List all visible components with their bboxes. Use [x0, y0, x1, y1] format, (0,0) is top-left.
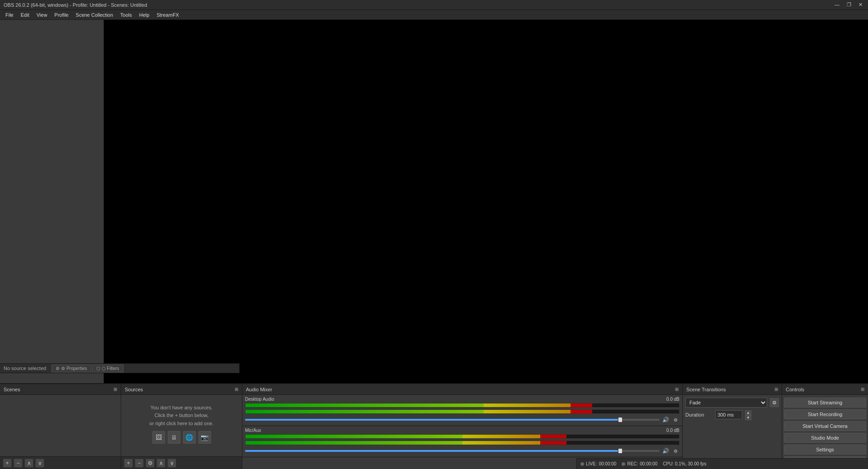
duration-down[interactable]: ▼ [745, 415, 751, 420]
desktop-volume-slider[interactable] [245, 419, 660, 421]
duration-label: Duration [685, 412, 712, 417]
gear-icon: ⚙ [56, 366, 60, 371]
sources-empty-line1: You don't have any sources. [151, 404, 212, 412]
sources-empty-line2: Click the + button below, [155, 412, 209, 420]
sources-empty-message[interactable]: You don't have any sources. Click the + … [121, 395, 242, 456]
desktop-meter2-red [571, 410, 592, 413]
controls-header: Controls ⊞ [782, 384, 868, 395]
menu-scene-collection[interactable]: Scene Collection [72, 11, 117, 19]
scenes-panel: Scenes ⊞ + − ∧ ∨ [0, 384, 121, 469]
close-button[interactable]: ✕ [857, 2, 864, 8]
desktop-volume-thumb [618, 417, 622, 422]
transition-type-row: Fade Cut Swipe Slide Stinger Fade to Col… [685, 398, 779, 408]
menu-tools[interactable]: Tools [117, 11, 136, 19]
left-sidebar-area [0, 20, 104, 383]
transition-duration-row: Duration 300 ms ▲ ▼ [685, 410, 779, 419]
mic-volume-slider[interactable] [245, 450, 660, 452]
rec-indicator: REC: 00:00:00 [622, 461, 657, 466]
mic-aux-meter2 [245, 441, 679, 445]
source-image-icon[interactable]: 🖼 [152, 431, 165, 444]
desktop-audio-db: 0.0 dB [666, 397, 679, 402]
scenes-add-button[interactable]: + [3, 459, 12, 468]
scenes-panel-title: Scenes [4, 387, 20, 392]
rec-time: 00:00:00 [640, 461, 657, 466]
menu-streamfx[interactable]: StreamFX [153, 11, 183, 19]
mic-meter2-yellow [462, 441, 541, 445]
scenes-panel-icon[interactable]: ⊞ [113, 387, 117, 392]
desktop-audio-header: Desktop Audio 0.0 dB [245, 397, 679, 402]
controls-icon[interactable]: ⊞ [861, 387, 864, 392]
properties-tab[interactable]: ⚙ ⚙ Properties [52, 365, 91, 372]
audio-mixer-icon[interactable]: ⊞ [675, 387, 679, 392]
menu-view[interactable]: View [33, 11, 51, 19]
start-recording-button[interactable]: Start Recording [784, 409, 866, 419]
cpu-label: CPU: 0.1%, 30.00 fps [663, 461, 706, 466]
transitions-icon[interactable]: ⊞ [774, 387, 778, 392]
live-label: LIVE: [586, 461, 597, 466]
sources-settings-button[interactable]: ⚙ [146, 459, 155, 468]
live-time: 00:00:00 [599, 461, 616, 466]
studio-mode-button[interactable]: Studio Mode [784, 433, 866, 443]
settings-button[interactable]: Settings [784, 445, 866, 455]
mic-aux-channel: Mic/Aux 0.0 dB [242, 426, 682, 457]
no-source-bar: No source selected ⚙ ⚙ Properties ⬡ ⬡ Fi… [0, 363, 240, 373]
sources-remove-button[interactable]: − [135, 459, 144, 468]
scenes-up-button[interactable]: ∧ [24, 459, 33, 468]
menu-edit[interactable]: Edit [17, 11, 33, 19]
live-indicator: LIVE: 00:00:00 [580, 461, 616, 466]
sources-panel-icon[interactable]: ⊞ [235, 387, 238, 392]
start-virtual-camera-button[interactable]: Start Virtual Camera [784, 421, 866, 431]
mic-aux-db: 0.0 dB [666, 428, 679, 433]
sources-add-button[interactable]: + [124, 459, 133, 468]
desktop-meter2-green [245, 410, 484, 413]
mic-meter2-green [245, 441, 462, 445]
sources-panel: Sources ⊞ You don't have any sources. Cl… [121, 384, 242, 469]
scenes-remove-button[interactable]: − [14, 459, 23, 468]
properties-tabs: ⚙ ⚙ Properties ⬡ ⬡ Filters [52, 365, 123, 372]
duration-input[interactable]: 300 ms [715, 410, 742, 419]
transition-settings-button[interactable]: ⚙ [770, 398, 779, 407]
scenes-list[interactable] [0, 395, 121, 456]
mic-volume-fill [245, 450, 618, 452]
desktop-audio-settings-button[interactable]: ⚙ [671, 416, 679, 424]
mic-mute-button[interactable]: 🔊 [661, 447, 670, 455]
transition-type-select[interactable]: Fade Cut Swipe Slide Stinger Fade to Col… [685, 398, 767, 408]
desktop-audio-meter [245, 403, 679, 408]
window-title: OBS 26.0.2 (64-bit, windows) - Profile: … [4, 2, 147, 8]
source-icon-row: 🖼 🖥 🌐 📷 [152, 431, 211, 444]
minimize-button[interactable]: — [833, 2, 841, 8]
transitions-header: Scene Transitions ⊞ [683, 384, 782, 395]
transitions-content: Fade Cut Swipe Slide Stinger Fade to Col… [683, 395, 782, 422]
scenes-panel-header: Scenes ⊞ [0, 384, 121, 395]
sources-down-button[interactable]: ∨ [167, 459, 176, 468]
menu-profile[interactable]: Profile [51, 11, 72, 19]
mic-aux-meter [245, 434, 679, 439]
source-browser-icon[interactable]: 🌐 [183, 431, 196, 444]
desktop-audio-meter2 [245, 409, 679, 414]
desktop-mute-button[interactable]: 🔊 [661, 416, 670, 424]
source-display-icon[interactable]: 🖥 [168, 431, 180, 444]
scene-transitions-panel: Scene Transitions ⊞ Fade Cut Swipe Slide… [683, 384, 782, 469]
sources-panel-header: Sources ⊞ [121, 384, 242, 395]
sources-up-button[interactable]: ∧ [156, 459, 165, 468]
desktop-meter2-yellow [484, 410, 571, 413]
start-streaming-button[interactable]: Start Streaming [784, 398, 866, 408]
menu-file[interactable]: File [2, 11, 17, 19]
mic-audio-settings-button[interactable]: ⚙ [671, 447, 679, 455]
mic-aux-controls: 🔊 ⚙ [245, 447, 679, 455]
source-camera-icon[interactable]: 📷 [198, 431, 211, 444]
filters-tab[interactable]: ⬡ ⬡ Filters [92, 365, 123, 372]
mic-aux-header: Mic/Aux 0.0 dB [245, 428, 679, 433]
desktop-audio-name: Desktop Audio [245, 397, 274, 402]
restore-button[interactable]: ❐ [845, 2, 853, 8]
sources-footer: + − ⚙ ∧ ∨ [121, 456, 242, 469]
no-source-label: No source selected [4, 366, 46, 371]
duration-up[interactable]: ▲ [745, 410, 751, 415]
desktop-meter-yellow [484, 403, 571, 407]
menu-help[interactable]: Help [136, 11, 153, 19]
controls-panel: Controls ⊞ Start Streaming Start Recordi… [782, 384, 868, 469]
sources-panel-title: Sources [125, 387, 143, 392]
scenes-down-button[interactable]: ∨ [35, 459, 44, 468]
desktop-volume-fill [245, 419, 618, 421]
mic-aux-name: Mic/Aux [245, 428, 261, 433]
